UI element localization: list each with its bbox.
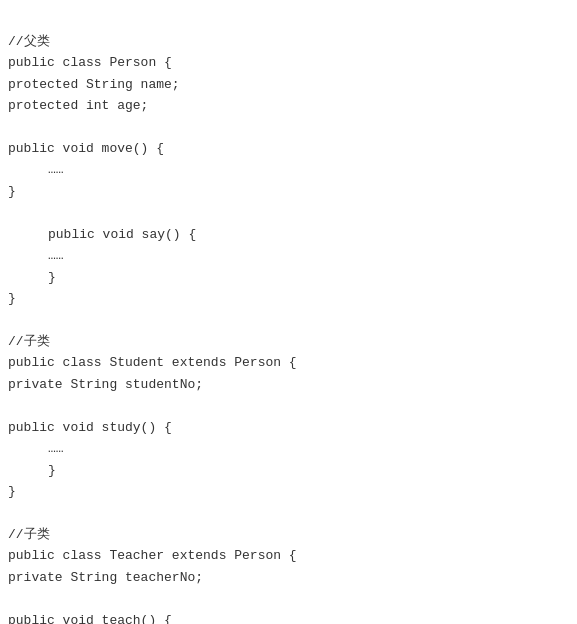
code-line: } [8, 481, 569, 502]
code-line: public class Student extends Person { [8, 352, 569, 373]
code-line: } [8, 181, 569, 202]
code-line [8, 395, 569, 416]
code-line: public void study() { [8, 417, 569, 438]
code-line [8, 588, 569, 609]
code-line: protected int age; [8, 95, 569, 116]
code-line: //父类 [8, 31, 569, 52]
code-line: //子类 [8, 331, 569, 352]
code-line: …… [8, 159, 569, 180]
code-line [8, 502, 569, 523]
code-line: public void teach() { [8, 610, 569, 624]
code-line: } [8, 288, 569, 309]
code-line: public class Person { [8, 52, 569, 73]
code-line: private String studentNo; [8, 374, 569, 395]
code-line: } [8, 460, 569, 481]
code-line: public class Teacher extends Person { [8, 545, 569, 566]
code-line [8, 309, 569, 330]
code-line [8, 117, 569, 138]
code-line: } [8, 267, 569, 288]
code-line: public void say() { [8, 224, 569, 245]
code-line [8, 202, 569, 223]
code-line: …… [8, 245, 569, 266]
code-line: private String teacherNo; [8, 567, 569, 588]
code-line: …… [8, 438, 569, 459]
code-line: public void move() { [8, 138, 569, 159]
code-line: protected String name; [8, 74, 569, 95]
code-editor: //父类public class Person {protected Strin… [8, 10, 569, 624]
code-line: //子类 [8, 524, 569, 545]
